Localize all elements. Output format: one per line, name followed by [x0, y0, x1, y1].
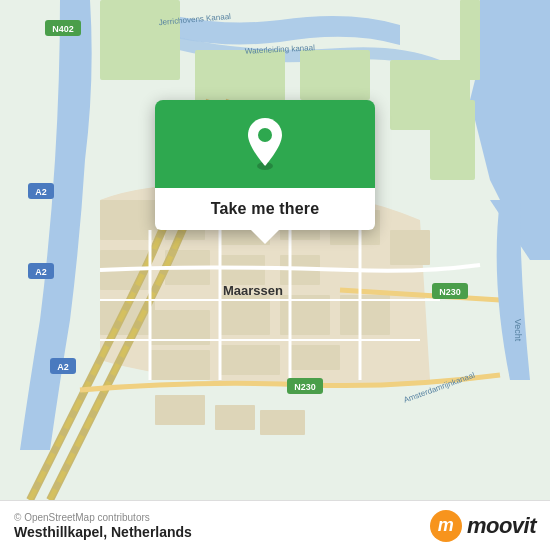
moovit-logo: m moovit [430, 510, 536, 542]
footer-bar: © OpenStreetMap contributors Westhillkap… [0, 500, 550, 550]
svg-rect-1 [100, 0, 180, 80]
svg-rect-22 [150, 350, 210, 380]
svg-rect-16 [220, 255, 265, 285]
svg-rect-27 [260, 410, 305, 435]
svg-point-45 [258, 128, 272, 142]
svg-text:N230: N230 [439, 287, 461, 297]
city-label: Maarssen [223, 283, 283, 298]
svg-rect-5 [460, 0, 480, 80]
svg-text:A2: A2 [35, 187, 47, 197]
footer-info: © OpenStreetMap contributors Westhillkap… [14, 512, 192, 540]
svg-rect-23 [220, 345, 280, 375]
location-popup: Take me there [155, 100, 375, 230]
svg-text:N402: N402 [52, 24, 74, 34]
svg-rect-6 [430, 100, 475, 180]
svg-text:A2: A2 [57, 362, 69, 372]
copyright-text: © OpenStreetMap contributors [14, 512, 192, 523]
moovit-logo-text: moovit [467, 513, 536, 539]
svg-rect-15 [390, 230, 430, 265]
map-view[interactable]: Maarssen N402 A2 A2 A2 N230 N230 Jerrich… [0, 0, 550, 500]
svg-text:Vecht: Vecht [513, 319, 523, 342]
moovit-m-icon: m [430, 510, 462, 542]
take-me-there-button[interactable]: Take me there [155, 188, 375, 230]
svg-text:A2: A2 [35, 267, 47, 277]
location-pin-icon [243, 116, 287, 170]
svg-rect-24 [290, 345, 340, 370]
location-icon-wrap [238, 116, 292, 170]
svg-text:N230: N230 [294, 382, 316, 392]
svg-rect-3 [300, 50, 370, 100]
location-name: Westhillkapel, Netherlands [14, 524, 192, 540]
svg-rect-26 [215, 405, 255, 430]
svg-rect-25 [155, 395, 205, 425]
